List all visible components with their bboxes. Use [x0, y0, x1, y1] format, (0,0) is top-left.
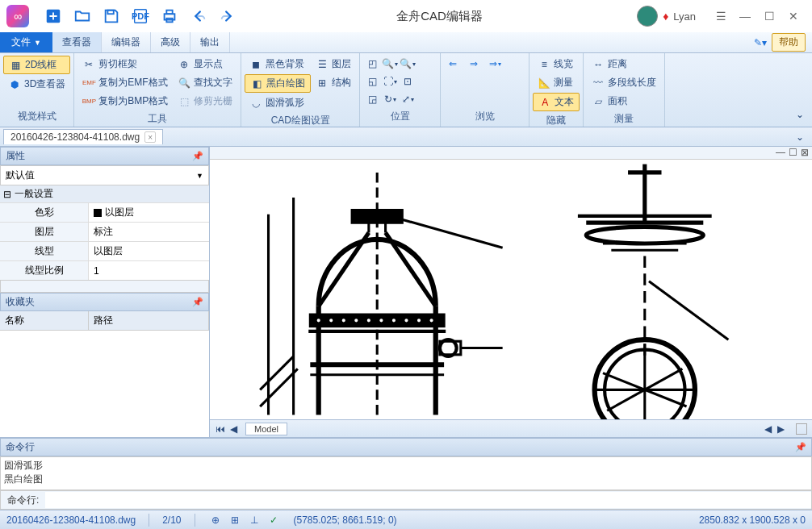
nav-right[interactable]: ⇒ [465, 55, 483, 73]
pos-btn-7[interactable]: ◲ [363, 90, 381, 108]
btn-3d-viewer[interactable]: ⬢3D查看器 [3, 76, 70, 93]
fav-col-path[interactable]: 路径 [89, 311, 209, 330]
ribbon: ▦2D线框 ⬢3D查看器 视觉样式 ✂剪切框架 EMF复制为EMF格式 BMP复… [0, 53, 812, 127]
pos-btn-1[interactable]: ◰ [363, 55, 381, 73]
command-input[interactable] [45, 492, 811, 508]
ribbon-expand-icon[interactable]: ⌄ [791, 106, 809, 123]
btn-2d-wireframe[interactable]: ▦2D线框 [3, 56, 70, 74]
redo-button[interactable] [216, 5, 239, 27]
scroll-up-icon[interactable] [796, 423, 807, 435]
avatar[interactable] [637, 6, 658, 27]
btn-distance[interactable]: ↔距离 [587, 56, 661, 73]
tab-output[interactable]: 输出 [190, 32, 230, 52]
status-size: 2850.832 x 1900.528 x 0 [699, 514, 806, 526]
pin-icon-2[interactable]: 📌 [192, 297, 203, 307]
svg-rect-1 [107, 10, 113, 15]
menu-row: 文件 ▼ 查看器 编辑器 高级 输出 ✎▾ 帮助 [0, 32, 812, 53]
minimize-button[interactable]: — [733, 6, 757, 27]
props-group-general[interactable]: ⊟ 一般设置 [0, 185, 209, 202]
prop-row-layer[interactable]: 图层标注 [0, 222, 209, 241]
command-log-line: 圆滑弧形 [4, 459, 808, 473]
btn-show-points[interactable]: ⊕显示点 [173, 56, 237, 73]
export-pdf-button[interactable]: PDF [129, 5, 152, 27]
model-tab-strip: ⏮ ◀ Model ◀ ▶ [210, 419, 812, 437]
pos-btn-6[interactable]: ⊡ [399, 73, 416, 90]
btn-structure[interactable]: ⊞结构 [311, 74, 356, 91]
pos-btn-3[interactable]: 🔍 [399, 55, 416, 73]
canvas-min-icon[interactable]: — [776, 147, 785, 159]
pos-btn-4[interactable]: ◱ [363, 73, 381, 90]
btn-trim-raster[interactable]: ⬚修剪光栅 [173, 93, 237, 110]
left-panels: 属性 📌 默认值▼ ⊟ 一般设置 色彩以图层 图层标注 线型以图层 线型比例1 … [0, 147, 210, 437]
command-input-row: 命令行: [0, 490, 812, 510]
tab-advanced[interactable]: 高级 [151, 32, 190, 52]
btn-smooth-arc[interactable]: ◡圆滑弧形 [245, 94, 311, 111]
btn-linewidth[interactable]: ≡线宽 [533, 56, 580, 73]
user-area: ♦ Lyan [637, 6, 709, 27]
canvas-wrap: — ☐ ⊠ [210, 147, 812, 437]
btn-black-bg[interactable]: ◼黑色背景 [245, 56, 311, 73]
print-button[interactable] [158, 5, 181, 27]
menu-button[interactable]: ☰ [709, 6, 733, 27]
svg-point-22 [341, 318, 346, 323]
tab-viewer[interactable]: 查看器 [52, 32, 102, 52]
new-file-button[interactable] [42, 5, 65, 27]
snap-icon-1[interactable]: ⊕ [208, 513, 223, 527]
svg-point-24 [366, 318, 371, 323]
svg-line-10 [260, 369, 298, 406]
group-tools-label: 工具 [77, 110, 237, 127]
file-tab[interactable]: 20160426-123804-41108.dwg × [3, 129, 163, 144]
tab-editor[interactable]: 编辑器 [102, 32, 151, 52]
btn-measure-toggle[interactable]: 📐测量 [533, 74, 580, 91]
btn-bw-drawing[interactable]: ◧黑白绘图 [245, 74, 311, 93]
drawing-canvas[interactable] [210, 160, 812, 419]
model-nav-first-icon[interactable]: ⏮ [215, 423, 226, 435]
props-default-dropdown[interactable]: 默认值▼ [0, 165, 209, 185]
pos-btn-5[interactable]: ⛶ [381, 73, 399, 90]
snap-icon-2[interactable]: ⊞ [228, 513, 242, 527]
nav-left[interactable]: ⇐ [444, 55, 462, 73]
btn-clip-frame[interactable]: ✂剪切框架 [77, 56, 173, 73]
help-button[interactable]: 帮助 [772, 33, 806, 52]
snap-icon-4[interactable]: ✓ [266, 513, 281, 527]
btn-layers[interactable]: ☰图层 [311, 56, 356, 73]
nav-dd[interactable]: ⇒ [486, 55, 504, 73]
style-dropdown-icon[interactable]: ✎▾ [754, 37, 767, 48]
close-button[interactable]: ✕ [781, 6, 806, 27]
btn-find-text[interactable]: 🔍查找文字 [173, 74, 237, 91]
btn-copy-emf[interactable]: EMF复制为EMF格式 [77, 74, 173, 91]
pos-btn-9[interactable]: ⤢ [399, 90, 416, 108]
canvas-close-icon[interactable]: ⊠ [801, 147, 809, 159]
open-file-button[interactable] [71, 5, 94, 27]
status-page: 2/10 [162, 514, 181, 526]
props-panel-header: 属性 📌 [0, 147, 209, 165]
pos-btn-8[interactable]: ↻ [381, 90, 399, 108]
btn-copy-bmp[interactable]: BMP复制为BMP格式 [77, 93, 173, 110]
file-tab-close-icon[interactable]: × [144, 131, 156, 143]
save-button[interactable] [100, 5, 123, 27]
btn-area[interactable]: ▱面积 [587, 93, 661, 110]
scroll-right-icon[interactable]: ▶ [775, 423, 786, 435]
pos-btn-2[interactable]: 🔍 [381, 55, 399, 73]
fav-col-name[interactable]: 名称 [0, 311, 89, 330]
scroll-left-icon[interactable]: ◀ [762, 423, 773, 435]
pin-icon[interactable]: 📌 [192, 151, 203, 161]
command-panel-header: 命令行 📌 [0, 438, 812, 456]
btn-text-toggle[interactable]: A文本 [533, 93, 580, 111]
file-menu-button[interactable]: 文件 ▼ [0, 32, 52, 52]
group-browse-label: 浏览 [444, 108, 525, 125]
model-nav-prev-icon[interactable]: ◀ [228, 423, 239, 435]
tabstrip-expand-icon[interactable]: ⌄ [791, 128, 809, 146]
prop-row-ltscale[interactable]: 线型比例1 [0, 260, 209, 280]
snap-icon-3[interactable]: ⊥ [247, 513, 262, 527]
group-measure-label: 测量 [587, 110, 661, 127]
prop-row-color[interactable]: 色彩以图层 [0, 202, 209, 222]
undo-button[interactable] [187, 5, 210, 27]
pin-icon-3[interactable]: 📌 [795, 442, 806, 452]
btn-polyline-length[interactable]: 〰多段线长度 [587, 74, 661, 91]
canvas-max-icon[interactable]: ☐ [789, 147, 797, 159]
prop-row-linetype[interactable]: 线型以图层 [0, 241, 209, 260]
maximize-button[interactable]: ☐ [757, 6, 781, 27]
model-tab[interactable]: Model [245, 423, 287, 435]
user-name[interactable]: Lyan [673, 10, 696, 23]
